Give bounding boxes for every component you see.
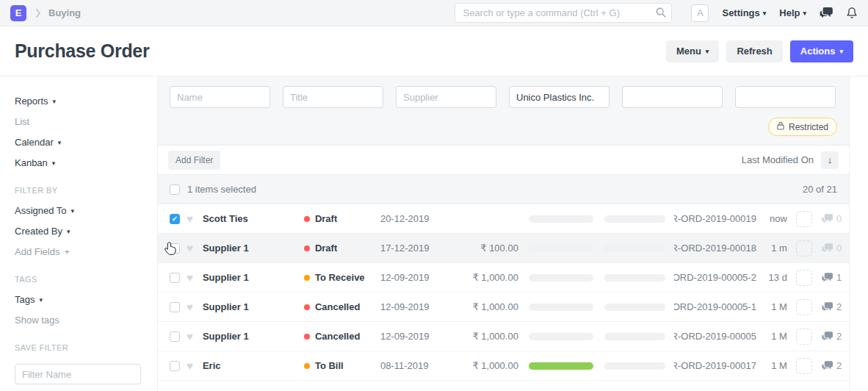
global-search-input[interactable] xyxy=(455,3,672,23)
row-checkbox[interactable]: ✓ xyxy=(170,214,180,224)
chevron-down-icon: ▾ xyxy=(58,140,62,146)
tags-heading: TAGS xyxy=(15,275,146,284)
created-by-label: Created By xyxy=(15,226,62,237)
status-dot xyxy=(304,363,310,369)
assign-placeholder[interactable] xyxy=(796,240,812,257)
add-filter-button[interactable]: Add Filter xyxy=(168,151,220,170)
assign-placeholder[interactable] xyxy=(796,211,812,227)
like-heart-icon[interactable]: ♥ xyxy=(187,272,193,283)
sidebar-item-label: Kanban xyxy=(15,157,48,168)
table-row[interactable]: ✓ ♥ Supplier 1 Cancelled 12-09-2019 ₹ 1,… xyxy=(158,322,849,351)
restricted-label: Restricted xyxy=(789,122,828,132)
sidebar-item-list[interactable]: List xyxy=(15,116,146,127)
help-menu[interactable]: Help ▾ xyxy=(779,7,806,18)
comment-count-value: 0 xyxy=(836,213,842,224)
like-heart-icon[interactable]: ♥ xyxy=(187,213,193,224)
row-subject[interactable]: Supplier 1 xyxy=(203,243,304,254)
tags-label: Tags xyxy=(15,294,35,305)
sidebar-item-kanban[interactable]: Kanban ▾ xyxy=(15,157,146,168)
breadcrumb[interactable]: Buying xyxy=(48,7,81,18)
comment-count[interactable]: 2 xyxy=(822,301,842,312)
row-modified-ago: 1 M xyxy=(756,360,787,371)
list-toolbar: Add Filter Last Modified On ↓ xyxy=(158,146,849,175)
like-heart-icon[interactable]: ♥ xyxy=(187,331,193,342)
select-all-checkbox[interactable]: ✓ xyxy=(170,184,180,195)
row-amount: ₹ 1,000.00 xyxy=(445,272,518,283)
chevron-down-icon: ▾ xyxy=(803,10,806,17)
filter-input-5[interactable] xyxy=(622,86,723,108)
row-amount: ₹ 1,000.00 xyxy=(445,331,518,342)
comment-count[interactable]: 1 xyxy=(822,272,842,283)
assign-placeholder[interactable] xyxy=(796,329,812,345)
row-id: PUR-ORD-2019-00005-1 xyxy=(674,301,756,313)
assigned-to-filter[interactable]: Assigned To ▾ xyxy=(15,205,146,216)
comment-count[interactable]: 0 xyxy=(822,213,842,224)
row-checkbox[interactable]: ✓ xyxy=(170,361,180,371)
sort-field-label[interactable]: Last Modified On xyxy=(742,154,814,165)
result-count[interactable]: 20 of 21 xyxy=(803,184,837,195)
row-subject[interactable]: Eric xyxy=(203,360,304,371)
row-modified-ago: now xyxy=(756,213,787,224)
row-subject[interactable]: Supplier 1 xyxy=(203,331,304,342)
created-by-filter[interactable]: Created By ▾ xyxy=(15,226,146,237)
chat-icon[interactable] xyxy=(820,7,833,18)
row-id: PUR-ORD-2019-00019 xyxy=(674,213,756,225)
comment-icon xyxy=(822,302,833,312)
row-date: 12-09-2019 xyxy=(380,272,445,283)
table-row[interactable]: ✓ ♥ Scott Ties Draft 20-12-2019 PUR-ORD-… xyxy=(158,204,849,234)
row-subject[interactable]: Scott Ties xyxy=(203,213,304,224)
status-dot xyxy=(304,245,310,251)
sort-direction-button[interactable]: ↓ xyxy=(821,151,839,169)
row-checkbox[interactable]: ✓ xyxy=(170,331,180,342)
filter-input-supplier[interactable] xyxy=(396,86,496,108)
settings-label: Settings xyxy=(722,7,759,18)
like-heart-icon[interactable]: ♥ xyxy=(187,301,193,312)
notifications-bell-icon[interactable] xyxy=(846,7,858,19)
like-heart-icon[interactable]: ♥ xyxy=(187,243,193,254)
assign-placeholder[interactable] xyxy=(796,270,812,286)
row-modified-ago: 13 d xyxy=(756,272,787,283)
page-title: Purchase Order xyxy=(15,40,149,62)
chevron-down-icon: ▾ xyxy=(67,229,70,235)
search-icon xyxy=(656,7,666,21)
row-checkbox[interactable]: ✓ xyxy=(170,273,180,283)
filter-input-name[interactable] xyxy=(170,86,270,108)
comment-count-value: 0 xyxy=(836,243,842,254)
comment-count[interactable]: 2 xyxy=(822,360,842,371)
refresh-button[interactable]: Refresh xyxy=(726,40,782,62)
menu-button[interactable]: Menu ▾ xyxy=(666,40,719,62)
filter-area: Restricted xyxy=(158,76,849,146)
sidebar-item-reports[interactable]: Reports ▾ xyxy=(15,96,146,107)
table-row[interactable]: ✓ ♥ Supplier 1 To Receive 12-09-2019 ₹ 1… xyxy=(158,263,849,293)
settings-menu[interactable]: Settings ▾ xyxy=(722,7,766,18)
row-status: Draft xyxy=(304,213,380,224)
add-fields-button[interactable]: Add Fields + xyxy=(15,246,146,257)
comment-count[interactable]: 0 xyxy=(822,243,842,254)
assign-placeholder[interactable] xyxy=(796,358,812,374)
like-heart-icon[interactable]: ♥ xyxy=(187,360,193,371)
table-row[interactable]: ✓ ♥ Eric To Bill 08-11-2019 ₹ 1,000.00 P… xyxy=(158,351,849,381)
user-avatar[interactable]: A xyxy=(691,4,709,22)
app-logo[interactable]: E xyxy=(10,5,26,21)
row-subject[interactable]: Supplier 1 xyxy=(203,272,304,283)
actions-button[interactable]: Actions ▾ xyxy=(790,40,853,62)
table-row[interactable]: ✓ ♥ Supplier 1 Cancelled 12-09-2019 ₹ 1,… xyxy=(158,293,849,322)
show-tags-button[interactable]: Show tags xyxy=(15,315,146,326)
comment-count[interactable]: 2 xyxy=(822,331,842,342)
table-row[interactable]: ✓ ♥ Supplier 1 Draft 17-12-2019 ₹ 100.00… xyxy=(158,234,849,263)
sidebar-item-calendar[interactable]: Calendar ▾ xyxy=(15,137,146,148)
filter-input-title[interactable] xyxy=(283,86,383,108)
filter-input-6[interactable] xyxy=(735,86,836,108)
filter-name-input[interactable] xyxy=(15,364,141,384)
comment-count-value: 1 xyxy=(836,272,842,283)
restricted-badge[interactable]: Restricted xyxy=(768,118,837,136)
tags-filter[interactable]: Tags ▾ xyxy=(15,294,146,305)
row-checkbox[interactable]: ✓ xyxy=(170,243,180,254)
filter-input-supplier-value[interactable] xyxy=(509,86,610,108)
row-subject[interactable]: Supplier 1 xyxy=(203,301,304,312)
progress-bar xyxy=(529,362,593,370)
row-checkbox[interactable]: ✓ xyxy=(170,302,180,312)
row-status: Cancelled xyxy=(304,331,380,342)
list-view: Restricted Add Filter Last Modified On ↓… xyxy=(158,76,850,391)
assign-placeholder[interactable] xyxy=(796,299,812,315)
